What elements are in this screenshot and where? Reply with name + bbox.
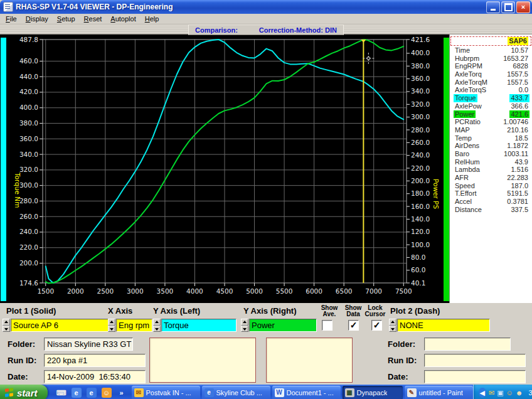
svg-text:400.0: 400.0 (19, 104, 38, 111)
menu-item-file[interactable]: File (1, 14, 21, 23)
svg-text:220.0: 220.0 (19, 243, 38, 251)
tray-display-icon[interactable]: ▣ (497, 388, 503, 398)
menu-item-help[interactable]: Help (141, 14, 164, 23)
panel-value: 5191.5 (506, 189, 529, 198)
svg-text:400.0: 400.0 (411, 49, 430, 56)
system-tray: ◀✉▣☺☻ 3:04 PM (473, 385, 532, 399)
yaxis-left-spinner[interactable] (153, 319, 161, 332)
taskbar-button-skyline-club[interactable]: eSkyline Club ... (202, 386, 270, 399)
tray-mail-icon[interactable]: ✉ (489, 388, 494, 398)
xaxis-spinner[interactable] (108, 319, 115, 332)
date2-label: Date: (388, 372, 408, 381)
folder2-field[interactable] (424, 338, 511, 351)
comment-box-2[interactable] (266, 338, 353, 383)
panel-header-row: SAP6 (450, 36, 531, 46)
ie-icon: e (205, 388, 214, 397)
panel-value: 1653.27 (502, 55, 529, 63)
quick-launch-overflow-icon[interactable]: » (117, 388, 127, 398)
maximize-button[interactable] (501, 1, 515, 13)
comparison-label: Comparison: (195, 26, 238, 34)
dynapack-icon: ▦ (345, 388, 354, 397)
taskbar-button-untitled-paint[interactable]: ✎untitled - Paint (405, 386, 473, 399)
panel-row-power: Power421.6 (450, 110, 532, 119)
spinner-down-icon[interactable] (108, 326, 115, 332)
tray-messenger-icon[interactable]: ☺ (506, 388, 513, 398)
quick-launch-app-icon[interactable]: e (72, 388, 82, 398)
taskbar-button-document1[interactable]: WDocument1 - ... (272, 386, 341, 399)
data-cursor[interactable] (361, 40, 366, 283)
panel-row-temp: Temp18.5 (450, 134, 532, 142)
spinner-down-icon[interactable] (389, 326, 396, 332)
spinner-down-icon[interactable] (241, 326, 248, 332)
menu-item-reset[interactable]: Reset (80, 14, 107, 23)
yaxis-right-field[interactable]: Power (249, 319, 317, 332)
taskbar-buttons: ✉Postvak IN - ...eSkyline Club ...WDocum… (132, 386, 473, 399)
title-bar[interactable]: RHAS-SP V1.7-04 VIEWER - DP-Engineering … (0, 0, 532, 14)
folder-field[interactable]: Nissan Skyline R33 GT (44, 338, 133, 351)
spinner-down-icon[interactable] (3, 326, 10, 332)
spinner-up-icon[interactable] (241, 319, 248, 326)
taskbar-button-dynapack[interactable]: ▦Dynapack (343, 386, 403, 399)
checkbox-lock-cursor[interactable]: ✓ (371, 320, 382, 331)
panel-label: Accel (454, 198, 473, 206)
axis-name-labels: Torque NmPower PS (14, 172, 440, 209)
svg-text:220.0: 220.0 (411, 164, 430, 172)
taskbar-button-postvak-in[interactable]: ✉Postvak IN - ... (132, 386, 200, 399)
svg-text:360.0: 360.0 (19, 135, 38, 142)
panel-label: AxleTorqS (454, 86, 487, 94)
panel-row-afr: AFR22.283 (450, 174, 532, 182)
app-icon (3, 2, 13, 12)
date-field[interactable]: 14-Nov-2009 16:53:40 (44, 370, 146, 383)
menu-item-display[interactable]: Display (21, 14, 53, 23)
taskbar-button-label: Postvak IN - ... (146, 389, 191, 396)
yaxis-right-combo: Power (241, 319, 317, 332)
panel-value: 337.5 (509, 206, 529, 214)
runid2-field[interactable] (424, 354, 526, 367)
check-label-data: Show Data (341, 305, 366, 317)
tray-back-icon[interactable]: ◀ (479, 388, 486, 398)
panel-label: Hubrpm (454, 55, 481, 63)
plot1-spinner[interactable] (3, 319, 10, 332)
close-button[interactable]: × (516, 1, 530, 13)
panel-row-hubrpm: Hubrpm1653.27 (450, 55, 532, 63)
panel-label: Power (454, 110, 476, 119)
spinner-down-icon[interactable] (153, 326, 161, 332)
spinner-up-icon[interactable] (3, 319, 10, 326)
right-axis-color-stripe (444, 38, 449, 301)
date2-field[interactable] (424, 370, 526, 383)
menu-item-setup[interactable]: Setup (53, 14, 80, 23)
spinner-up-icon[interactable] (153, 319, 161, 326)
panel-value: 1557.5 (506, 78, 529, 87)
plot2-spinner[interactable] (389, 319, 396, 332)
runid-field[interactable]: 220 kpa #1 (44, 354, 146, 367)
start-button[interactable]: start (0, 385, 48, 399)
comment-box-1[interactable] (149, 338, 256, 383)
panel-row-relhum: RelHum43.9 (450, 158, 532, 166)
start-label: start (17, 388, 38, 398)
quick-launch-messenger-icon[interactable]: ☺ (102, 388, 112, 398)
spinner-up-icon[interactable] (389, 319, 396, 326)
close-icon: × (521, 3, 525, 11)
clock: 3:04 PM (528, 389, 532, 396)
spinner-up-icon[interactable] (108, 319, 115, 326)
panel-label: Lambda (454, 166, 481, 174)
quick-launch-keyboard-icon[interactable]: ⌨ (56, 388, 66, 398)
yaxis-right-spinner[interactable] (241, 319, 248, 332)
tray-user-icon[interactable]: ☻ (516, 388, 523, 398)
plot2-field[interactable]: NONE (397, 319, 490, 332)
panel-value: 22.283 (506, 174, 529, 182)
yaxis-left-field[interactable]: Torque (161, 319, 237, 332)
paint-icon: ✎ (407, 388, 417, 397)
taskbar-button-label: Dynapack (357, 389, 388, 396)
svg-text:320.0: 320.0 (19, 166, 38, 173)
panel-value: 1.516 (509, 166, 529, 174)
menu-item-autoplot[interactable]: Autoplot (106, 14, 140, 23)
checkbox-show-ave[interactable] (322, 320, 332, 331)
minimize-button[interactable] (486, 1, 500, 13)
plot1-field[interactable]: Source AP 6 (11, 319, 109, 332)
runid2-label: Run ID: (388, 356, 417, 365)
xaxis-field[interactable]: Eng rpm (116, 319, 152, 332)
checkbox-show-data[interactable]: ✓ (348, 320, 359, 331)
panel-label: Torque (454, 94, 477, 102)
quick-launch-ie-icon[interactable]: e (87, 388, 97, 398)
